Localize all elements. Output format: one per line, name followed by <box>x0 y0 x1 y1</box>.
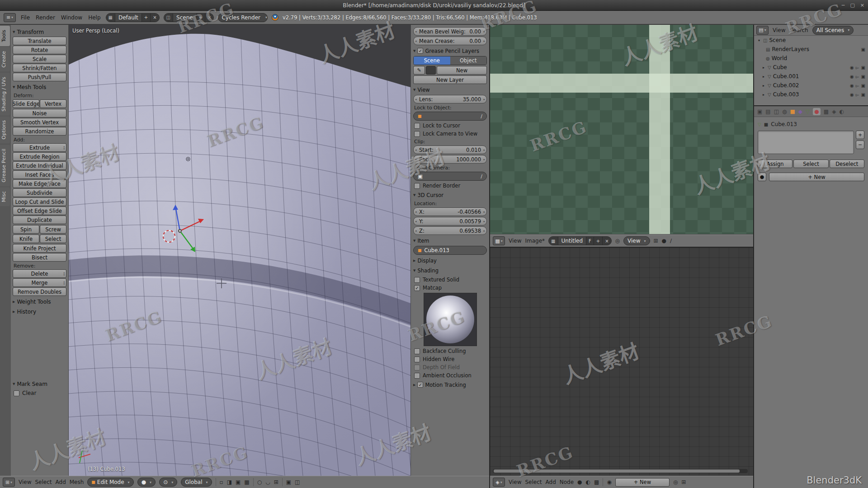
image-menu-view[interactable]: View <box>509 238 521 244</box>
slide-vertex-button[interactable]: Vertex <box>40 99 66 108</box>
translate-button[interactable]: Translate <box>13 37 66 45</box>
merge-button[interactable]: Merge <box>13 278 66 287</box>
hide-icon[interactable]: ◉ <box>850 92 854 97</box>
outliner-menu-search[interactable]: Search <box>789 27 808 33</box>
tab-grease-pencil[interactable]: Grease Pencil <box>0 145 10 186</box>
tab-options[interactable]: Options <box>0 116 10 143</box>
image-mode-selector[interactable]: View <box>623 236 650 245</box>
add-layout-button[interactable]: + <box>142 14 150 22</box>
render-layers-tab-icon[interactable]: ▤ <box>765 108 770 115</box>
menu-file[interactable]: File <box>20 14 31 21</box>
new-image-button[interactable]: + <box>594 237 602 245</box>
screen-layout-selector[interactable]: ▦ Default + × <box>106 13 160 22</box>
renderable-icon[interactable]: ▣ <box>861 83 865 88</box>
clip-end-field[interactable]: End: 1000.000 <box>413 155 487 164</box>
panel-mesh-tools-header[interactable]: Mesh Tools <box>13 83 66 91</box>
eyedropper-icon[interactable]: ∕ <box>481 113 482 119</box>
local-camera-picker[interactable]: ▣ ∕ <box>413 172 487 181</box>
hidden-wire-checkbox[interactable]: Hidden Wire <box>414 356 487 362</box>
viewport-menu-add[interactable]: Add <box>56 479 66 485</box>
deselect-button[interactable]: Deselect <box>830 160 864 168</box>
use-pinned-icon[interactable]: ◎ <box>673 479 678 485</box>
delete-button[interactable]: Delete <box>13 269 66 278</box>
panel-motion-tracking-header[interactable]: Motion Tracking <box>413 380 487 389</box>
new-layer-button[interactable]: New Layer <box>413 75 487 84</box>
panel-shading-header[interactable]: Shading <box>413 266 487 275</box>
backface-culling-checkbox[interactable]: Backface Culling <box>414 348 487 354</box>
image-datablock-selector[interactable]: ▦ Untitled F + × <box>548 236 611 245</box>
viewport-menu-select[interactable]: Select <box>35 479 52 485</box>
outliner-row-world[interactable]: ◍ World <box>754 54 868 63</box>
depth-of-field-checkbox[interactable]: Depth Of Field <box>414 364 487 371</box>
snap-element-icon[interactable]: ⊞ <box>274 479 278 485</box>
node-editor-hscrollbar[interactable] <box>493 469 748 473</box>
collapse-icon[interactable]: ▾ <box>757 38 761 42</box>
hide-icon[interactable]: ◉ <box>850 74 854 79</box>
edge-select-mode-icon[interactable]: ◨ <box>227 479 232 485</box>
panel-view-header[interactable]: View <box>413 85 487 94</box>
new-material-button[interactable]: + New <box>615 478 670 487</box>
offset-edge-slide-button[interactable]: Offset Edge Slide <box>13 206 66 215</box>
node-editor-canvas[interactable] <box>490 248 753 475</box>
rotate-button[interactable]: Rotate <box>13 46 66 54</box>
gp-object-tab[interactable]: Object <box>450 56 487 65</box>
world-tab-icon[interactable]: ◍ <box>782 108 787 115</box>
slide-edge-button[interactable]: Slide Edge <box>13 99 39 108</box>
shrink-fatten-button[interactable]: Shrink/Fatten <box>13 64 66 72</box>
render-engine-selector[interactable]: Cycles Render <box>218 13 268 22</box>
hide-icon[interactable]: ◉ <box>850 65 854 70</box>
mode-selector[interactable]: ■ Edit Mode <box>87 478 133 487</box>
uv-sphere-icon[interactable]: ● <box>662 238 666 244</box>
node-menu-select[interactable]: Select <box>525 479 542 485</box>
render-tab-icon[interactable]: ▣ <box>757 108 762 115</box>
viewport-editor-type-icon[interactable]: ⊞ <box>3 478 15 487</box>
renderable-icon[interactable]: ▣ <box>861 65 865 70</box>
menu-window[interactable]: Window <box>60 14 83 21</box>
pin-icon[interactable]: ◎ <box>615 238 620 244</box>
panel-item-header[interactable]: Item <box>413 236 487 245</box>
outliner-row-cube001[interactable]: ▸ ▽ Cube.001 ◉ ▻ ▣ <box>754 72 868 81</box>
add-scene-button[interactable]: + <box>196 14 205 22</box>
selectable-icon[interactable]: ▻ <box>856 65 859 70</box>
image-editor-canvas[interactable] <box>490 25 753 234</box>
node-editor-type-icon[interactable]: ◈ <box>493 478 505 487</box>
collapse-icon[interactable]: ▸ <box>761 93 766 97</box>
texture-nodes-icon[interactable]: ▩ <box>594 479 599 485</box>
mean-crease-field[interactable]: Mean Crease: 0.00 <box>413 37 487 45</box>
duplicate-button[interactable]: Duplicate <box>13 216 66 224</box>
extrude-button[interactable]: Extrude <box>13 143 66 152</box>
gp-new-button[interactable]: New <box>437 66 487 75</box>
panel-history-header[interactable]: History <box>13 307 66 316</box>
lock-to-cursor-checkbox[interactable]: Lock to Cursor <box>414 122 487 129</box>
tab-misc[interactable]: Misc <box>0 187 10 206</box>
push-pull-button[interactable]: Push/Pull <box>13 73 66 81</box>
viewport-canvas[interactable]: User Persp (Local) (13) Cube.013 <box>69 25 410 476</box>
lock-camera-checkbox[interactable]: Lock Camera to View <box>414 131 487 137</box>
subdivide-button[interactable]: Subdivide <box>13 188 66 197</box>
cursor-y-field[interactable]: Y: 0.00579 <box>413 217 487 225</box>
proportional-edit-icon[interactable]: ○ <box>257 479 262 485</box>
scene-selector[interactable]: ◫ Scene + × <box>164 13 214 22</box>
outliner-menu-view[interactable]: View <box>773 27 785 33</box>
grease-pencil-checkbox[interactable] <box>417 48 423 54</box>
extrude-region-button[interactable]: Extrude Region <box>13 152 66 161</box>
image-editor-type-icon[interactable]: ▩ <box>493 236 505 245</box>
shader-nodes-icon[interactable]: ● <box>577 479 582 485</box>
assign-button[interactable]: Assign <box>758 160 793 168</box>
collapse-icon[interactable]: ▸ <box>761 84 766 88</box>
remove-material-slot-button[interactable]: − <box>856 141 864 149</box>
panel-weight-tools-header[interactable]: Weight Tools <box>13 297 66 306</box>
material-slot-list[interactable] <box>758 131 854 154</box>
node-menu-add[interactable]: Add <box>546 479 556 485</box>
opengl-render-anim-icon[interactable]: ◫ <box>295 479 300 485</box>
panel-grease-pencil-header[interactable]: Grease Pencil Layers <box>413 47 487 55</box>
outliner-editor-type-icon[interactable]: ▤ <box>756 26 769 35</box>
knife-project-button[interactable]: Knife Project <box>13 244 66 253</box>
unlink-image-button[interactable]: × <box>602 237 611 245</box>
transform-orientation-selector[interactable]: Global <box>181 478 212 487</box>
outliner-display-mode[interactable]: All Scenes <box>812 26 854 35</box>
selectable-icon[interactable]: ▻ <box>856 74 859 79</box>
randomize-button[interactable]: Randomize <box>13 127 66 136</box>
image-menu-image[interactable]: Image* <box>525 238 545 244</box>
menu-render[interactable]: Render <box>35 14 56 21</box>
